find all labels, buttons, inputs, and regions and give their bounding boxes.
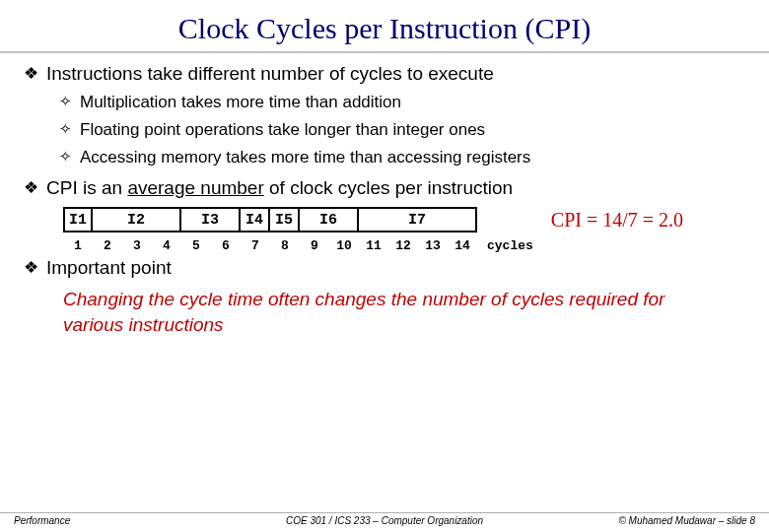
diamond-filled-icon: ❖ bbox=[24, 257, 38, 278]
instruction-box: I4 bbox=[241, 207, 270, 233]
diamond-open-icon: ✧ bbox=[59, 93, 72, 110]
tick-number: 3 bbox=[122, 238, 152, 253]
cpi-diagram: I1I2I3I4I5I6I7 1234567891011121314cycles bbox=[63, 207, 533, 253]
bullet-text: Accessing memory takes more time than ac… bbox=[80, 148, 530, 167]
bullet-cpi-average: ❖ CPI is an average number of clock cycl… bbox=[24, 177, 745, 199]
bullet-memory-access: ✧ Accessing memory takes more time than … bbox=[59, 148, 745, 167]
bullet-text: Important point bbox=[46, 257, 172, 279]
bullet-important-point: ❖ Important point bbox=[24, 257, 745, 279]
bullet-text: Multiplication takes more time than addi… bbox=[80, 93, 401, 112]
footer-middle: COE 301 / ICS 233 – Computer Organizatio… bbox=[286, 515, 483, 526]
slide-body: ❖ Instructions take different number of … bbox=[0, 63, 769, 337]
cpi-diagram-row: I1I2I3I4I5I6I7 1234567891011121314cycles… bbox=[63, 207, 745, 253]
instruction-boxes: I1I2I3I4I5I6I7 bbox=[63, 207, 533, 233]
bullet-text: Instructions take different number of cy… bbox=[46, 63, 494, 85]
instruction-box: I2 bbox=[93, 207, 181, 233]
tick-number: 9 bbox=[300, 238, 329, 253]
bullet-cycles-vary: ❖ Instructions take different number of … bbox=[24, 63, 745, 85]
title-separator bbox=[0, 51, 769, 53]
diamond-open-icon: ✧ bbox=[59, 148, 72, 166]
instruction-box: I3 bbox=[181, 207, 241, 233]
tick-number: 4 bbox=[152, 238, 181, 253]
bullet-multiplication: ✧ Multiplication takes more time than ad… bbox=[59, 93, 745, 112]
bullet-text: Floating point operations take longer th… bbox=[80, 120, 485, 140]
footer-left: Performance bbox=[14, 515, 70, 526]
text-pre: CPI is an bbox=[46, 177, 127, 198]
diamond-open-icon: ✧ bbox=[59, 120, 72, 138]
cycles-label: cycles bbox=[487, 238, 533, 253]
tick-number: 14 bbox=[448, 238, 477, 253]
cycle-ticks: 1234567891011121314cycles bbox=[63, 238, 533, 253]
slide-footer: Performance COE 301 / ICS 233 – Computer… bbox=[0, 512, 769, 526]
tick-number: 8 bbox=[270, 238, 300, 253]
text-underlined: average number bbox=[127, 177, 263, 198]
tick-number: 12 bbox=[388, 238, 418, 253]
tick-number: 10 bbox=[329, 238, 359, 253]
instruction-box: I6 bbox=[300, 207, 359, 233]
text-post: of clock cycles per instruction bbox=[264, 177, 513, 198]
bullet-text: CPI is an average number of clock cycles… bbox=[46, 177, 513, 199]
tick-number: 13 bbox=[418, 238, 448, 253]
diamond-filled-icon: ❖ bbox=[24, 177, 38, 198]
important-note: Changing the cycle time often changes th… bbox=[63, 287, 694, 337]
bullet-floating-point: ✧ Floating point operations take longer … bbox=[59, 120, 745, 140]
tick-number: 5 bbox=[181, 238, 211, 253]
tick-number: 1 bbox=[63, 238, 93, 253]
tick-number: 7 bbox=[241, 238, 270, 253]
instruction-box: I7 bbox=[359, 207, 477, 233]
slide-title: Clock Cycles per Instruction (CPI) bbox=[0, 0, 769, 51]
instruction-box: I1 bbox=[63, 207, 93, 233]
tick-number: 2 bbox=[93, 238, 122, 253]
tick-number: 11 bbox=[359, 238, 388, 253]
cpi-equation: CPI = 14/7 = 2.0 bbox=[551, 209, 683, 232]
diamond-filled-icon: ❖ bbox=[24, 63, 38, 84]
footer-right: © Muhamed Mudawar – slide 8 bbox=[618, 515, 755, 526]
instruction-box: I5 bbox=[270, 207, 300, 233]
tick-number: 6 bbox=[211, 238, 241, 253]
